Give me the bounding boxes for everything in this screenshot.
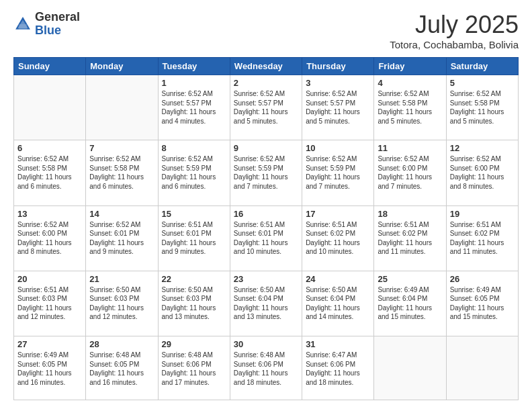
calendar-cell [86, 75, 158, 140]
calendar-cell: 17Sunrise: 6:51 AM Sunset: 6:02 PM Dayli… [302, 205, 374, 271]
day-number: 26 [450, 274, 515, 284]
weekday-header-cell: Friday [374, 58, 446, 75]
calendar-cell: 31Sunrise: 6:47 AM Sunset: 6:06 PM Dayli… [302, 336, 374, 400]
calendar-cell: 4Sunrise: 6:52 AM Sunset: 5:58 PM Daylig… [374, 75, 446, 140]
calendar-cell: 18Sunrise: 6:51 AM Sunset: 6:02 PM Dayli… [374, 205, 446, 271]
calendar-cell: 27Sunrise: 6:49 AM Sunset: 6:05 PM Dayli… [14, 336, 86, 400]
calendar-week-row: 20Sunrise: 6:51 AM Sunset: 6:03 PM Dayli… [14, 271, 519, 336]
cell-info: Sunrise: 6:49 AM Sunset: 6:05 PM Dayligh… [450, 285, 515, 322]
day-number: 28 [89, 339, 154, 349]
day-number: 31 [306, 339, 370, 349]
calendar-table: SundayMondayTuesdayWednesdayThursdayFrid… [13, 57, 519, 400]
logo-blue: Blue [35, 24, 61, 37]
calendar-body: 1Sunrise: 6:52 AM Sunset: 5:57 PM Daylig… [14, 75, 519, 400]
weekday-header-row: SundayMondayTuesdayWednesdayThursdayFrid… [14, 58, 519, 75]
calendar-cell: 6Sunrise: 6:52 AM Sunset: 5:58 PM Daylig… [14, 140, 86, 205]
calendar-cell: 11Sunrise: 6:52 AM Sunset: 6:00 PM Dayli… [374, 140, 446, 205]
calendar-cell: 14Sunrise: 6:52 AM Sunset: 6:01 PM Dayli… [86, 205, 158, 271]
cell-info: Sunrise: 6:52 AM Sunset: 5:57 PM Dayligh… [234, 89, 298, 126]
weekday-header-cell: Tuesday [158, 58, 230, 75]
day-number: 30 [234, 339, 298, 349]
calendar-week-row: 13Sunrise: 6:52 AM Sunset: 6:00 PM Dayli… [14, 205, 519, 271]
calendar-cell: 12Sunrise: 6:52 AM Sunset: 6:00 PM Dayli… [446, 140, 518, 205]
day-number: 9 [234, 143, 298, 153]
day-number: 19 [450, 209, 515, 219]
logo: General Blue [13, 11, 80, 38]
weekday-header-cell: Saturday [446, 58, 518, 75]
day-number: 1 [162, 78, 226, 88]
calendar-cell: 25Sunrise: 6:49 AM Sunset: 6:04 PM Dayli… [374, 271, 446, 336]
day-number: 7 [89, 143, 154, 153]
calendar-cell: 16Sunrise: 6:51 AM Sunset: 6:01 PM Dayli… [230, 205, 302, 271]
calendar-cell: 19Sunrise: 6:51 AM Sunset: 6:02 PM Dayli… [446, 205, 518, 271]
calendar-cell: 10Sunrise: 6:52 AM Sunset: 5:59 PM Dayli… [302, 140, 374, 205]
cell-info: Sunrise: 6:52 AM Sunset: 5:58 PM Dayligh… [17, 154, 82, 191]
cell-info: Sunrise: 6:52 AM Sunset: 6:00 PM Dayligh… [378, 154, 442, 191]
calendar-cell: 1Sunrise: 6:52 AM Sunset: 5:57 PM Daylig… [158, 75, 230, 140]
calendar-cell: 28Sunrise: 6:48 AM Sunset: 6:05 PM Dayli… [86, 336, 158, 400]
cell-info: Sunrise: 6:52 AM Sunset: 6:01 PM Dayligh… [89, 220, 154, 257]
cell-info: Sunrise: 6:50 AM Sunset: 6:03 PM Dayligh… [89, 285, 154, 322]
day-number: 8 [162, 143, 226, 153]
cell-info: Sunrise: 6:51 AM Sunset: 6:02 PM Dayligh… [378, 220, 442, 257]
calendar-cell [374, 336, 446, 400]
cell-info: Sunrise: 6:49 AM Sunset: 6:04 PM Dayligh… [378, 285, 442, 322]
day-number: 5 [450, 78, 515, 88]
location-title: Totora, Cochabamba, Bolivia [390, 39, 519, 50]
cell-info: Sunrise: 6:51 AM Sunset: 6:03 PM Dayligh… [17, 285, 82, 322]
calendar-cell: 21Sunrise: 6:50 AM Sunset: 6:03 PM Dayli… [86, 271, 158, 336]
calendar-cell: 24Sunrise: 6:50 AM Sunset: 6:04 PM Dayli… [302, 271, 374, 336]
calendar-cell [14, 75, 86, 140]
cell-info: Sunrise: 6:48 AM Sunset: 6:05 PM Dayligh… [89, 351, 154, 387]
weekday-header-cell: Sunday [14, 58, 86, 75]
cell-info: Sunrise: 6:52 AM Sunset: 5:59 PM Dayligh… [234, 154, 298, 191]
day-number: 16 [234, 209, 298, 219]
weekday-header-cell: Wednesday [230, 58, 302, 75]
day-number: 25 [378, 274, 442, 284]
day-number: 29 [162, 339, 226, 349]
calendar-cell: 29Sunrise: 6:48 AM Sunset: 6:06 PM Dayli… [158, 336, 230, 400]
day-number: 17 [306, 209, 370, 219]
day-number: 4 [378, 78, 442, 88]
header: General Blue July 2025 Totora, Cochabamb… [13, 11, 519, 50]
calendar-cell: 3Sunrise: 6:52 AM Sunset: 5:57 PM Daylig… [302, 75, 374, 140]
calendar-cell: 20Sunrise: 6:51 AM Sunset: 6:03 PM Dayli… [14, 271, 86, 336]
calendar-cell: 7Sunrise: 6:52 AM Sunset: 5:58 PM Daylig… [86, 140, 158, 205]
day-number: 21 [89, 274, 154, 284]
day-number: 18 [378, 209, 442, 219]
cell-info: Sunrise: 6:50 AM Sunset: 6:03 PM Dayligh… [162, 285, 226, 322]
calendar-cell: 22Sunrise: 6:50 AM Sunset: 6:03 PM Dayli… [158, 271, 230, 336]
cell-info: Sunrise: 6:52 AM Sunset: 5:58 PM Dayligh… [89, 154, 154, 191]
calendar-cell: 2Sunrise: 6:52 AM Sunset: 5:57 PM Daylig… [230, 75, 302, 140]
calendar-week-row: 6Sunrise: 6:52 AM Sunset: 5:58 PM Daylig… [14, 140, 519, 205]
calendar-week-row: 27Sunrise: 6:49 AM Sunset: 6:05 PM Dayli… [14, 336, 519, 400]
day-number: 3 [306, 78, 370, 88]
calendar-cell: 26Sunrise: 6:49 AM Sunset: 6:05 PM Dayli… [446, 271, 518, 336]
day-number: 23 [234, 274, 298, 284]
cell-info: Sunrise: 6:51 AM Sunset: 6:01 PM Dayligh… [162, 220, 226, 257]
cell-info: Sunrise: 6:52 AM Sunset: 6:00 PM Dayligh… [450, 154, 515, 191]
day-number: 2 [234, 78, 298, 88]
day-number: 24 [306, 274, 370, 284]
calendar-cell: 30Sunrise: 6:48 AM Sunset: 6:06 PM Dayli… [230, 336, 302, 400]
day-number: 20 [17, 274, 82, 284]
calendar-cell: 8Sunrise: 6:52 AM Sunset: 5:59 PM Daylig… [158, 140, 230, 205]
cell-info: Sunrise: 6:50 AM Sunset: 6:04 PM Dayligh… [234, 285, 298, 322]
cell-info: Sunrise: 6:52 AM Sunset: 5:57 PM Dayligh… [162, 89, 226, 126]
cell-info: Sunrise: 6:48 AM Sunset: 6:06 PM Dayligh… [234, 351, 298, 387]
cell-info: Sunrise: 6:47 AM Sunset: 6:06 PM Dayligh… [306, 351, 370, 387]
cell-info: Sunrise: 6:52 AM Sunset: 6:00 PM Dayligh… [17, 220, 82, 257]
day-number: 15 [162, 209, 226, 219]
logo-icon [13, 15, 32, 34]
cell-info: Sunrise: 6:50 AM Sunset: 6:04 PM Dayligh… [306, 285, 370, 322]
cell-info: Sunrise: 6:51 AM Sunset: 6:02 PM Dayligh… [450, 220, 515, 257]
day-number: 14 [89, 209, 154, 219]
logo-general: General [35, 10, 80, 24]
calendar-cell [446, 336, 518, 400]
logo-text: General Blue [35, 11, 80, 38]
weekday-header-cell: Thursday [302, 58, 374, 75]
day-number: 6 [17, 143, 82, 153]
cell-info: Sunrise: 6:49 AM Sunset: 6:05 PM Dayligh… [17, 351, 82, 387]
cell-info: Sunrise: 6:52 AM Sunset: 5:58 PM Dayligh… [378, 89, 442, 126]
calendar-cell: 9Sunrise: 6:52 AM Sunset: 5:59 PM Daylig… [230, 140, 302, 205]
